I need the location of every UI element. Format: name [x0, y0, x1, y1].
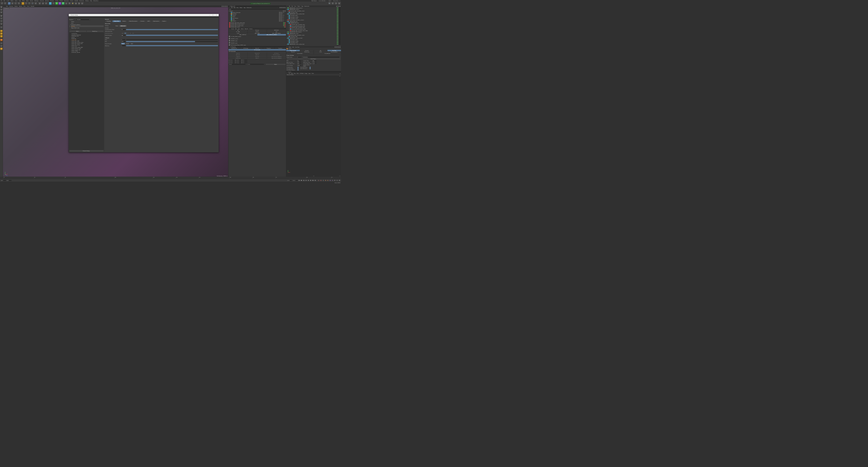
layout-button[interactable]: ▤ [338, 2, 341, 5]
preset-item[interactable]: -landscape_openGL [70, 52, 103, 53]
scene-object-row[interactable]: ▸Redshift Light_chandelier_center [286, 10, 341, 12]
tab-caustics[interactable]: Caustics [139, 20, 146, 22]
menu-volume[interactable]: Volume [30, 0, 33, 1]
transformation-steps-input[interactable] [121, 29, 126, 30]
uv-command-button[interactable]: Copy UV [228, 56, 248, 57]
menu-rebusfarm[interactable]: RebusFarm [93, 0, 98, 1]
render-lod-checkbox[interactable] [313, 65, 314, 66]
uv-tab[interactable]: Projection [263, 48, 274, 49]
add-mograph-button[interactable]: ▦ [74, 2, 77, 5]
menu-help[interactable]: Help [90, 0, 92, 1]
vp-cameras[interactable]: Cameras [9, 6, 13, 7]
axis-y-button[interactable]: Y [28, 2, 31, 5]
render-item-redshift-post-effects[interactable]: Redshift Post-Effects [69, 24, 104, 26]
menu-spline[interactable]: Spline [26, 0, 29, 1]
timeline-fcurve-button[interactable]: 〰 [336, 180, 338, 182]
scene-object-row[interactable]: ▸StaircaseStandChandelier_001 [286, 25, 341, 27]
model-mode-button[interactable]: ▦ [0, 6, 3, 8]
vp-pan-icon[interactable] [223, 6, 224, 7]
spot-light-item[interactable]: RS Spot Light_side_zoomin only [228, 22, 286, 23]
axis-x-button[interactable]: X [25, 2, 28, 5]
scene-object-row[interactable]: ▸Redshift Light_chandelier_center.1 [286, 19, 341, 21]
scale-input[interactable] [297, 57, 302, 58]
menu-window[interactable]: Window [85, 0, 89, 1]
uv-command-button[interactable]: Mirror V [248, 57, 267, 59]
object-tree-item[interactable]: Box Field(0) [228, 13, 286, 14]
uv-command-button[interactable]: Fit UV to Canvas [267, 54, 286, 56]
tab-aov[interactable]: AOV [146, 20, 151, 22]
menu-extensions[interactable]: Extensions [64, 0, 69, 1]
coord-sx-input[interactable] [237, 59, 241, 61]
shutter-start-input[interactable] [121, 39, 126, 40]
timeline-start-input[interactable] [1, 180, 6, 181]
coord-y-input[interactable] [230, 61, 235, 62]
timeline-current-input[interactable] [287, 180, 292, 181]
scene-object-row[interactable]: ▸CHANDELIER_floor [286, 22, 341, 24]
frame-pos-start[interactable]: Start [121, 43, 125, 44]
timeline-pla-button[interactable]: ⊞ [334, 180, 336, 182]
mat-texture[interactable]: Texture [249, 28, 252, 29]
mat-edit[interactable]: Edit [235, 28, 237, 29]
timeline-dope-button[interactable]: ▤ [338, 180, 340, 182]
tab-optimizations[interactable]: Optimizations [151, 20, 161, 22]
material-item[interactable]: VELVET_shoe [228, 42, 286, 44]
layer-tab[interactable]: bottoms [248, 31, 267, 33]
timeline-first-button[interactable]: |◀ [298, 180, 300, 182]
add-scene-button[interactable]: ☁ [65, 2, 68, 5]
texture-uv-view[interactable]: 0,1 1,1 1,0 [286, 75, 341, 177]
menu-render[interactable]: Render [60, 0, 63, 1]
object-tree-item[interactable]: Cloner(0/5) [228, 16, 286, 18]
axis-z-button[interactable]: Z [31, 2, 34, 5]
frame-duration-slider[interactable] [126, 35, 218, 36]
min-time-input[interactable] [297, 61, 302, 63]
viewport-solo-button[interactable]: ◐ [0, 48, 3, 50]
tab-system[interactable]: System [161, 20, 167, 22]
layer-tab[interactable]: CC_GIRL [228, 31, 248, 33]
coord-b-input[interactable] [243, 62, 248, 63]
render-setting-button[interactable]: Render Setting... [69, 150, 104, 152]
content-browser-button[interactable]: ⊟ [335, 2, 338, 5]
objects-root[interactable]: ▾Objects [228, 10, 286, 12]
obj-view[interactable]: View [237, 7, 239, 8]
preview-max-input[interactable] [312, 63, 317, 64]
render-settings-button[interactable]: ⚙ [45, 2, 48, 5]
point-mode-button[interactable]: • [0, 18, 3, 20]
layer-tab[interactable]: GIRL_JUMP [248, 33, 267, 34]
scene-object-row[interactable]: ▸Redshift Light_chandelier_floor_large [286, 30, 341, 31]
layer-tab[interactable]: All [228, 29, 248, 31]
spot-light-item[interactable]: RS Spot Light_exclude center.1 [228, 24, 286, 25]
uv-command-button[interactable]: Restore UV [248, 52, 267, 54]
project-tab[interactable]: User Data [327, 50, 341, 51]
transformation-steps-slider[interactable] [126, 29, 218, 30]
add-field-button[interactable]: ◉ [62, 2, 65, 5]
timeline-play-button[interactable]: ▶ [307, 180, 309, 182]
render-item-output[interactable]: Output [69, 21, 104, 22]
basic-tab[interactable]: Basic [114, 25, 119, 27]
scene-object-row[interactable]: ▸Chandelier_bulb [286, 36, 341, 37]
material-item[interactable]: D_Cloth_White_bottom [228, 35, 286, 37]
advanced-tab[interactable]: Advanced [120, 25, 127, 27]
project-tab[interactable]: Referencing [300, 51, 314, 53]
timeline-pos-key-button[interactable]: ◆ [324, 180, 327, 182]
render-item-redshift[interactable]: Redshift [69, 25, 104, 27]
use-animation-checkbox[interactable] [298, 67, 299, 68]
more-icon[interactable] [284, 7, 286, 8]
coord-scale-select[interactable]: Scale [247, 64, 265, 65]
uv-command-button[interactable]: Unstitch UV [228, 57, 248, 59]
scale-unit-select[interactable]: Centimeters [302, 57, 341, 58]
add-volume-button[interactable]: ▦ [78, 2, 81, 5]
locked-button[interactable]: ⊡ [0, 45, 3, 48]
menu-mesh[interactable]: Mesh [22, 0, 25, 1]
obj-bookmarks[interactable]: Bookmarks [247, 7, 252, 8]
scene-object-row[interactable]: ▸CHANDELIER_floor Instance [286, 31, 341, 33]
move-tool[interactable]: ✥ [11, 2, 14, 5]
menu-omniverse[interactable]: Omniverse [79, 0, 84, 1]
scene-object-row[interactable]: ▸Chandelier_candle [286, 16, 341, 18]
max-time-input[interactable] [312, 61, 317, 63]
layer-tab[interactable]: main [267, 31, 286, 33]
project-tab[interactable]: Scene Nodes [286, 53, 314, 54]
use-expression-checkbox[interactable] [310, 67, 311, 68]
layout-select[interactable]: Startup (User) [332, 0, 340, 2]
coord-h-input[interactable] [243, 59, 248, 61]
uv-tab[interactable]: UV Packing [240, 48, 251, 49]
